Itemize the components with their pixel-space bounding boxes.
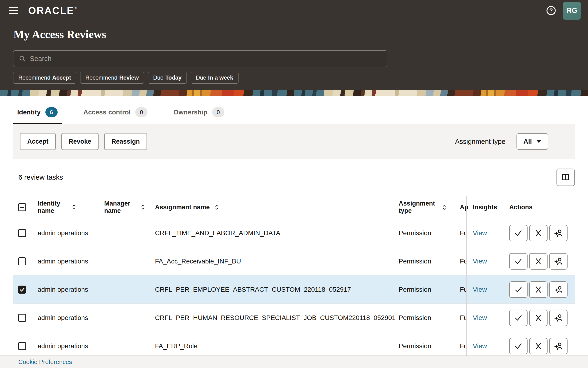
table-row: admin operations FA_Acc_Receivable_INF_B… [13,247,575,276]
review-tasks-count: 6 review tasks [13,173,63,181]
assignment-type-dropdown[interactable]: All [517,133,548,150]
cookie-preferences-link[interactable]: Cookie Preferences [18,358,72,366]
view-insights-link[interactable]: View [473,258,487,265]
revoke-action-button[interactable] [529,310,548,326]
view-insights-link[interactable]: View [473,314,487,321]
question-circle-icon: ? [546,5,556,16]
cell-identity-name: admin operations [38,314,104,322]
tab-identity[interactable]: Identity 6 [13,107,62,124]
search-input[interactable] [30,55,382,63]
columns-icon [561,173,570,182]
tab-access-control[interactable]: Access control 0 [79,107,152,124]
cell-identity-name: admin operations [38,342,104,350]
topbar: ORACLE® ? RG [0,0,588,21]
avatar[interactable]: RG [563,2,581,20]
view-insights-link[interactable]: View [473,286,487,293]
svg-text:?: ? [549,7,553,14]
assignment-type-label: Assignment type [455,138,505,146]
cell-assignment-type: Permission [399,258,460,265]
view-insights-link[interactable]: View [473,342,487,350]
reassign-person-icon [554,257,563,266]
revoke-action-button[interactable] [529,225,548,241]
row-checkbox[interactable] [18,285,26,294]
sort-icon[interactable] [215,204,219,211]
reassign-button[interactable]: Reassign [104,133,147,150]
filter-chip-recommend-accept[interactable]: RecommendAccept [13,72,76,83]
row-checkbox[interactable] [18,342,26,350]
sort-icon[interactable] [141,204,145,211]
cell-actions [509,225,575,241]
cell-identity-name: admin operations [38,258,104,265]
search-bar[interactable] [13,50,387,67]
row-checkbox[interactable] [18,229,26,237]
accept-action-button[interactable] [509,281,527,298]
help-icon[interactable]: ? [546,5,556,16]
cell-assignment-name: FA_ERP_Role [155,342,399,350]
x-icon [534,257,543,266]
accept-action-button[interactable] [509,338,527,354]
reassign-person-icon [554,285,563,294]
cell-assignment-name: CRFL_PER_EMPLOYEE_ABSTRACT_CUSTOM_220118… [155,286,399,293]
table-body: admin operations CRFL_TIME_AND_LABOR_ADM… [13,219,575,360]
row-checkbox[interactable] [18,257,26,265]
accept-action-button[interactable] [509,253,527,270]
cell-assignment-name: CRFL_PER_HUMAN_RESOURCE_SPECIALIST_JOB_C… [155,314,399,322]
table-row: admin operations CRFL_PER_EMPLOYEE_ABSTR… [13,276,575,304]
reassign-action-button[interactable] [549,225,568,241]
filter-chip-due-today[interactable]: DueToday [148,72,187,83]
topbar-right: ? RG [546,2,581,20]
revoke-button[interactable]: Revoke [61,133,98,150]
row-checkbox[interactable] [18,314,26,322]
x-icon [534,314,543,322]
accept-action-button[interactable] [509,225,527,241]
column-header-insights: Insights [473,204,509,211]
cell-actions [509,338,575,354]
view-insights-link[interactable]: View [473,229,487,237]
cell-assignment-type: Permission [399,286,460,293]
sort-icon[interactable] [72,204,76,211]
revoke-action-button[interactable] [529,338,548,354]
main-content: Identity 6 Access control 0 Ownership 0 … [0,96,588,360]
cell-assignment-type: Permission [399,342,460,350]
tab-ownership[interactable]: Ownership 0 [169,107,229,124]
hamburger-menu-icon[interactable] [9,7,18,14]
x-icon [534,229,543,237]
cell-assignment-name: FA_Acc_Receivable_INF_BU [155,258,399,265]
page-title: My Access Reviews [13,28,588,41]
accept-button[interactable]: Accept [20,133,56,150]
check-icon [514,314,523,322]
tab-ownership-count-badge: 0 [212,107,224,117]
tab-identity-count-badge: 6 [45,107,58,117]
column-header-assignment-type[interactable]: Assignment type [399,200,460,214]
cell-assignment-type: Permission [399,314,460,322]
tab-access-control-count-badge: 0 [135,107,148,117]
revoke-action-button[interactable] [529,253,548,270]
table-header-row: Identity name Manager name Assignment na… [13,196,575,219]
filter-chip-recommend-review[interactable]: RecommendReview [80,72,144,83]
registered-mark: ® [75,6,78,9]
column-header-identity-name[interactable]: Identity name [38,200,104,214]
app-header: ORACLE® ? RG My Access Reviews Recommend… [0,0,588,90]
table-row: admin operations CRFL_PER_HUMAN_RESOURCE… [13,304,575,332]
decorative-banner [0,90,588,96]
x-icon [534,285,543,294]
column-header-assignment-name[interactable]: Assignment name [155,204,399,211]
column-picker-button[interactable] [556,169,575,186]
check-icon [514,285,523,294]
assignment-type-filter: Assignment type All [455,133,548,150]
reassign-action-button[interactable] [549,338,568,354]
table-row: admin operations CRFL_TIME_AND_LABOR_ADM… [13,219,575,247]
reassign-action-button[interactable] [549,253,568,270]
reassign-action-button[interactable] [549,310,568,326]
cell-actions [509,281,575,298]
cell-assignment-name: CRFL_TIME_AND_LABOR_ADMIN_DATA [155,229,399,237]
sort-icon[interactable] [443,204,446,211]
chevron-down-icon [536,140,541,143]
accept-action-button[interactable] [509,310,527,326]
column-header-manager-name[interactable]: Manager name [104,200,155,214]
filter-chip-due-in-a-week[interactable]: DueIn a week [191,72,238,83]
column-header-actions: Actions [509,204,575,211]
reassign-action-button[interactable] [549,281,568,298]
revoke-action-button[interactable] [529,281,548,298]
select-all-checkbox[interactable] [18,203,26,211]
